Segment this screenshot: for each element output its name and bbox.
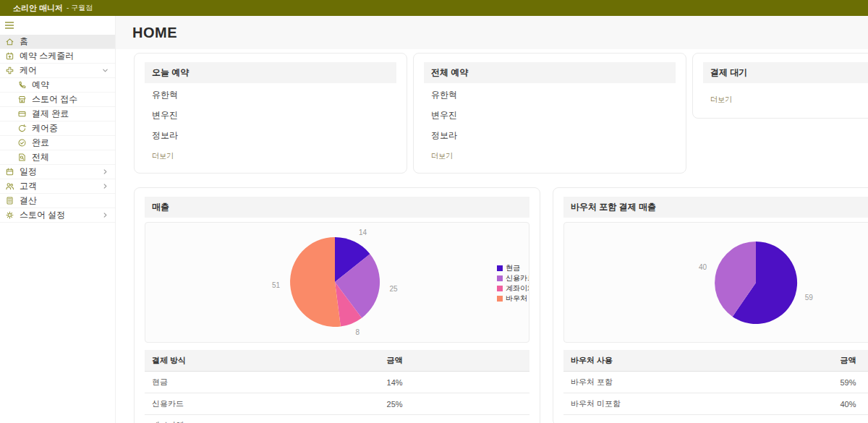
chevron-right-icon [102, 212, 109, 218]
topbar: 소리안 매니저 - 구월점 [0, 0, 868, 16]
sidebar-item-users[interactable]: 고객 [0, 179, 115, 194]
sales-chart-card: 매출 1425851 현금신용카드계좌이체바우처 결제 방식 금액 현금14%신… [134, 187, 540, 423]
all-reservations-card: 전체 예약유한혁변우진정보라더보기 [413, 53, 686, 174]
card-title: 매출 [152, 202, 169, 212]
table-cell: 8% [380, 415, 529, 423]
legend-label: 계좌이체 [506, 283, 529, 294]
card-header: 결제 대기 [703, 62, 868, 83]
reservation-item: 정보라 [424, 124, 676, 144]
calendar-icon [5, 167, 14, 176]
table-row: 바우처 미포함40% [563, 393, 868, 415]
reservation-item: 정보라 [145, 124, 396, 144]
sidebar-item-gear[interactable]: 스토어 설정 [0, 208, 115, 223]
sidebar: 홈예약 스케줄러케어예약스토어 접수결제 완료케어중완료전체일정고객결산스토어 … [0, 16, 116, 423]
payment-pending-card: 결제 대기더보기 [692, 53, 868, 119]
card-header: 바우처 포함 결제 매출 [563, 197, 868, 218]
sidebar-item-label: 완료 [32, 137, 49, 149]
sidebar-item-credit-card[interactable]: 결제 완료 [0, 107, 115, 121]
reservation-item: 유한혁 [424, 83, 676, 103]
table-row: 계좌이체8% [145, 415, 529, 423]
gear-icon-wrap [5, 210, 14, 220]
chevron-right-icon [102, 183, 109, 189]
pie-value-label: 51 [272, 281, 281, 289]
table-row: 현금14% [145, 372, 529, 393]
more-link[interactable]: 더보기 [703, 83, 739, 108]
page-header: HOME [116, 16, 868, 49]
phone-icon-wrap [17, 80, 27, 90]
sidebar-item-phone[interactable]: 예약 [0, 78, 115, 93]
table-cell: 계좌이체 [145, 415, 380, 423]
table-row: 바우처 포함59% [563, 372, 868, 393]
sidebar-item-document-search[interactable]: 전체 [0, 150, 115, 165]
card-header: 매출 [145, 197, 529, 218]
document-search-icon-wrap [17, 153, 27, 162]
legend-item[interactable]: 현금 [497, 263, 529, 273]
sidebar-item-label: 케어중 [32, 122, 58, 134]
column-header-voucher: 바우처 사용 [563, 350, 833, 372]
users-icon [5, 181, 14, 191]
main-content: HOME 오늘 예약유한혁변우진정보라더보기전체 예약유한혁변우진정보라더보기결… [116, 16, 868, 423]
table-cell: 25% [380, 393, 529, 415]
legend-swatch [497, 265, 503, 271]
sidebar-item-label: 스토어 접수 [32, 93, 77, 106]
legend-swatch [497, 286, 503, 291]
sidebar-item-home[interactable]: 홈 [0, 35, 115, 49]
sidebar-item-care[interactable]: 케어 [0, 64, 115, 78]
pie-value-label: 8 [356, 328, 360, 336]
legend-item[interactable]: 신용카드 [497, 273, 529, 283]
users-icon-wrap [5, 181, 14, 191]
check-circle-icon-wrap [17, 138, 27, 148]
sidebar-item-calculator[interactable]: 결산 [0, 194, 115, 208]
calculator-icon-wrap [5, 196, 14, 205]
sidebar-item-label: 예약 [32, 79, 49, 91]
phone-icon [17, 80, 27, 90]
pie-slice-3[interactable] [290, 237, 341, 327]
reservation-item: 변우진 [424, 103, 676, 124]
branch-name: - 구월점 [67, 3, 93, 13]
credit-card-icon [17, 109, 27, 119]
more-link[interactable]: 더보기 [424, 144, 460, 163]
voucher-pie-panel: 5940 [563, 222, 868, 343]
table-cell: 바우처 미포함 [563, 393, 833, 415]
calendar-plus-icon-wrap [5, 51, 14, 61]
sidebar-item-label: 전체 [32, 151, 49, 163]
sales-pie-panel: 1425851 현금신용카드계좌이체바우처 [145, 222, 529, 343]
legend-swatch [497, 275, 503, 281]
sidebar-item-label: 고객 [20, 180, 37, 192]
table-cell: 59% [833, 372, 868, 393]
legend-item[interactable]: 계좌이체 [497, 283, 529, 294]
more-link[interactable]: 더보기 [145, 144, 181, 163]
sidebar-item-calendar[interactable]: 일정 [0, 165, 115, 179]
sidebar-item-label: 일정 [20, 166, 37, 178]
legend-label: 현금 [506, 263, 520, 273]
sidebar-item-label: 케어 [20, 64, 37, 77]
care-icon [5, 66, 14, 75]
voucher-pie-chart: 5940 [564, 223, 868, 342]
page-title: HOME [132, 25, 177, 41]
calculator-icon [5, 196, 14, 205]
sidebar-item-label: 스토어 설정 [20, 209, 65, 221]
legend-label: 바우처 [506, 294, 527, 304]
chevron-right-icon [102, 168, 109, 175]
table-cell: 40% [833, 393, 868, 415]
menu-toggle-button[interactable] [0, 16, 115, 35]
pie-value-label: 59 [805, 294, 814, 302]
card-header: 오늘 예약 [145, 62, 396, 83]
pie-value-label: 40 [699, 263, 707, 271]
check-circle-icon [17, 138, 27, 148]
sidebar-item-label: 예약 스케줄러 [20, 50, 74, 62]
store-icon-wrap [17, 95, 27, 104]
card-header: 전체 예약 [424, 62, 676, 83]
legend-item[interactable]: 바우처 [497, 294, 529, 304]
voucher-table: 바우처 사용 금액 바우처 포함59%바우처 미포함40% [563, 350, 868, 415]
sidebar-item-check-circle[interactable]: 완료 [0, 136, 115, 150]
sidebar-item-calendar-plus[interactable]: 예약 스케줄러 [0, 49, 115, 64]
chevron-wrap [102, 212, 111, 218]
sidebar-item-refresh[interactable]: 케어중 [0, 121, 115, 136]
home-icon-wrap [5, 37, 14, 46]
sidebar-item-store[interactable]: 스토어 접수 [0, 93, 115, 107]
reservation-item: 변우진 [145, 103, 396, 124]
card-title: 바우처 포함 결제 매출 [571, 202, 656, 212]
app-title: 소리안 매니저 [13, 3, 63, 14]
credit-card-icon-wrap [17, 109, 27, 119]
